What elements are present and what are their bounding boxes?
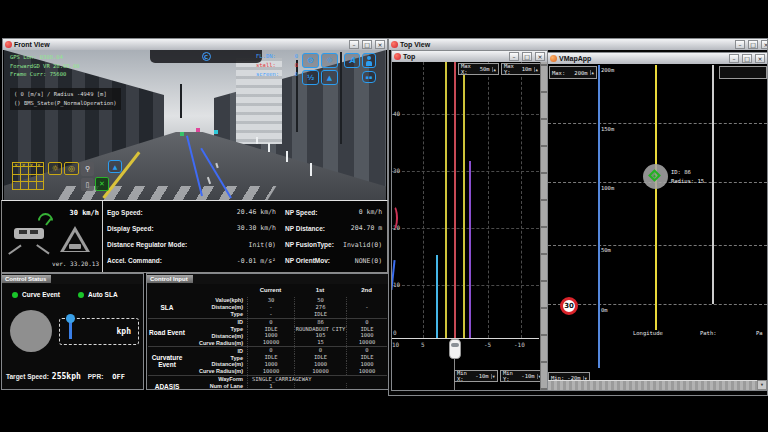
hud-counters: FL.DN:0 stall:0 screen:0	[256, 52, 298, 78]
minimize-button[interactable]: –	[349, 40, 359, 49]
grid-overlay-icon[interactable]: ✕✕✕✕	[12, 162, 44, 190]
pedestrian-toggle-icon[interactable]: ⚲	[81, 162, 94, 176]
status-circle	[10, 310, 52, 352]
field-label: Ego Speed:	[103, 209, 199, 216]
min-x-control[interactable]: Min X:-10m▼	[454, 370, 498, 382]
speed-slider-handle-head[interactable]	[66, 314, 75, 323]
maximize-button[interactable]: □	[748, 40, 758, 49]
field-value: 20.46 km/h	[199, 208, 281, 216]
maximize-button[interactable]: □	[362, 40, 372, 49]
tree-toggle-icon[interactable]: ✕	[95, 177, 109, 191]
gridline	[548, 123, 767, 124]
status-fields: Ego Speed: 20.46 km/h NP Speed: 0 km/h D…	[102, 201, 387, 272]
series-line-ego-path	[454, 62, 456, 338]
warning-triangle-car	[69, 244, 81, 249]
close-button[interactable]: ×	[535, 52, 545, 61]
range-label: 150m	[601, 126, 614, 132]
minimize-button[interactable]: –	[509, 52, 519, 61]
bollard	[310, 163, 312, 176]
spinner-up-icon: ▲	[590, 70, 594, 75]
speed-slider-handle[interactable]	[69, 322, 72, 339]
top-titlebar[interactable]: Top – □ ×	[392, 51, 547, 62]
max-y-control[interactable]: Max Y:10m▲	[501, 63, 541, 75]
front-view-titlebar[interactable]: Front View – □ ×	[3, 39, 387, 50]
sun-toggle-icon[interactable]: ☼	[48, 162, 62, 175]
chat-icon[interactable]: ▪▪	[362, 71, 376, 83]
map-max-control2[interactable]	[719, 66, 767, 79]
gridline	[548, 304, 767, 305]
utility-pole	[340, 52, 342, 144]
unit-label: kph	[117, 327, 131, 336]
bollard	[268, 143, 270, 152]
gridline	[488, 62, 489, 338]
series-line-yellow-left	[445, 62, 447, 338]
window-title: Control Status	[2, 275, 51, 283]
sign-toggle-icon[interactable]: ▯	[81, 178, 94, 191]
ego-car-icon	[14, 228, 44, 239]
detection-marker	[196, 128, 200, 132]
range-label: 0m	[601, 307, 608, 313]
horizontal-scrollbar[interactable]	[548, 380, 757, 390]
control-status-window: Control Status Curve Event Auto SLA kph …	[1, 273, 144, 390]
mountain-toggle-icon[interactable]: ▲	[108, 160, 122, 173]
ppr-label: PPR:	[88, 373, 104, 380]
autopilot-icon[interactable]: A	[344, 53, 360, 68]
field-label: Accel. Command:	[103, 257, 199, 264]
brightness-icon[interactable]: ☼	[321, 53, 338, 68]
table-header: Current 1st 2nd	[247, 287, 387, 293]
path-axis-label: Path:	[700, 330, 717, 336]
range-label: 50m	[601, 247, 611, 253]
field-value: 30.30 km/h	[199, 224, 281, 232]
target-speed-row: Target Speed: 255kph PPR: OFF	[6, 372, 141, 381]
terrain-icon[interactable]: ▲	[321, 70, 338, 85]
target-speed-label: Target Speed:	[6, 373, 49, 380]
field-label: NP Distance:	[281, 225, 343, 232]
x-axis	[392, 338, 539, 339]
map-max-control[interactable]: Max:200m▲	[549, 66, 597, 79]
scrollbar-corner-button[interactable]: ▼	[757, 380, 767, 390]
map-app-window: VMapApp – □ × 200m 150m 100m 50m 0m ID: …	[547, 52, 768, 391]
speed-badge: 30 km/h	[69, 209, 99, 217]
half-view-icon[interactable]: ½	[302, 70, 319, 85]
group-name: SLA	[148, 297, 186, 318]
close-button[interactable]: ×	[375, 40, 385, 49]
longitude-axis-label: Longitude	[633, 330, 663, 336]
minimize-button[interactable]: –	[729, 54, 739, 63]
field-label: Display Speed:	[103, 225, 199, 232]
map-titlebar[interactable]: VMapApp – □ ×	[548, 53, 767, 64]
top-view-titlebar[interactable]: Top View – □ ×	[389, 39, 767, 50]
detection-marker	[180, 132, 184, 136]
series-line-cyan	[436, 255, 438, 338]
control-input-table: SLA Value(kph)3050 Distance(m)-276- Type…	[148, 297, 387, 390]
maximize-button[interactable]: □	[742, 54, 752, 63]
series-line-yellow-right	[463, 74, 465, 338]
control-status-titlebar[interactable]: Control Status	[2, 274, 143, 284]
detection-marker	[214, 130, 218, 134]
close-button[interactable]: ×	[755, 54, 765, 63]
gear-icon[interactable]: ⚙	[302, 53, 319, 68]
gridline	[423, 62, 424, 338]
telemetry-text: GPS Lon: 0308.04 ForwardGD VR 28.03.00 F…	[10, 53, 80, 79]
field-value: -0.01 m/s²	[199, 257, 281, 265]
version-label: ver. 33.20.13	[52, 260, 99, 267]
vertical-scrollbar[interactable]	[540, 62, 547, 390]
close-button[interactable]: ×	[761, 40, 768, 49]
group-name: ADASIS	[148, 376, 186, 390]
camera-toggle-icon[interactable]: ◎	[64, 162, 79, 175]
max-x-control[interactable]: Max X:50m▲	[458, 63, 499, 75]
auto-sla-indicator: Auto SLA	[78, 291, 118, 298]
green-dot-icon	[78, 292, 84, 298]
pedestrian-icon[interactable]	[362, 53, 376, 68]
control-input-titlebar[interactable]: Control Input	[147, 274, 388, 284]
minimize-button[interactable]: –	[735, 40, 745, 49]
field-label: NP Speed:	[281, 209, 343, 216]
min-y-control[interactable]: Min Y:-10m▼	[500, 370, 544, 382]
gridline	[548, 245, 767, 246]
lane-plot: 40 30 20 10 0 10 5 0 -5 -10 Max X:50m▲ M…	[392, 62, 547, 390]
y-tick-label: 10	[393, 281, 400, 288]
top-plot-window: Top – □ × 40 30 20 10 0 10 5 0 -5 -10	[391, 50, 548, 391]
app-icon	[5, 41, 12, 48]
maximize-button[interactable]: □	[522, 52, 532, 61]
app-icon	[550, 55, 557, 62]
road-line	[36, 245, 49, 255]
